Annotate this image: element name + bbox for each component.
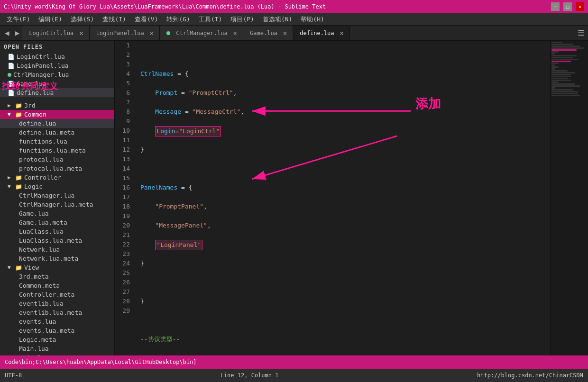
tree-folder-controller[interactable]: ▶ 📁 Controller xyxy=(0,173,114,182)
window-controls: − □ × xyxy=(551,2,584,11)
tab-close-icon[interactable]: × xyxy=(340,29,344,37)
sidebar-open-gamelua[interactable]: 📄 Game.lua xyxy=(0,79,114,88)
menu-edit[interactable]: 编辑(E) xyxy=(35,14,65,25)
tree-folder-3rd[interactable]: ▶ 📁 3rd xyxy=(0,101,114,110)
code-line-1 xyxy=(140,50,544,60)
file-name: CtrlManager.lua.meta xyxy=(19,201,93,208)
tree-file-networkluameta[interactable]: Network.lua.meta xyxy=(0,254,114,263)
tree-folder-view[interactable]: ▼ 📁 View xyxy=(0,263,114,272)
file-name: define.lua.meta xyxy=(19,129,74,136)
tree-folder-common[interactable]: ▼ 📁 Common xyxy=(0,110,114,119)
tree-file-controllermeta[interactable]: Controller.meta xyxy=(0,290,114,299)
tab-loginpanellua[interactable]: LoginPanel.lua × xyxy=(90,26,160,40)
file-name: LoginCtrl.lua xyxy=(17,53,65,60)
code-line-9: "PromptPanel", xyxy=(140,202,544,211)
tree-file-eventliblua[interactable]: eventlib.lua xyxy=(0,299,114,308)
menu-project[interactable]: 项目(P) xyxy=(227,14,257,25)
tree-file-definelua[interactable]: define.lua xyxy=(0,119,114,128)
file-name: define.lua xyxy=(19,120,56,127)
file-name: Controller.meta xyxy=(19,291,74,298)
tab-bar: ◀ ▶ LoginCtrl.lua × LoginPanel.lua × Ctr… xyxy=(0,26,588,41)
tree-file-gamelua2[interactable]: Game.lua xyxy=(0,209,114,218)
code-line-14: } xyxy=(140,297,544,306)
menu-prefs[interactable]: 首选项(N) xyxy=(259,14,296,25)
folder-icon: 📁 xyxy=(15,183,22,190)
tab-next-button[interactable]: ▶ xyxy=(12,26,23,40)
folder-name: Controller xyxy=(24,174,61,181)
tab-ctrlmanagerlua[interactable]: CtrlManager.lua × xyxy=(160,26,243,40)
tab-close-icon[interactable]: × xyxy=(233,29,237,37)
tree-file-luaclasslua[interactable]: LuaClass.lua xyxy=(0,227,114,236)
code-line-7 xyxy=(140,164,544,173)
sidebar-open-loginpanellua[interactable]: 📄 LoginPanel.lua xyxy=(0,61,114,70)
file-name: 3rd.meta xyxy=(19,273,49,280)
sidebar-open-ctrlmanagerlua[interactable]: CtrlManager.lua xyxy=(0,70,114,79)
tree-file-functionsluameta[interactable]: functions.lua.meta xyxy=(0,146,114,155)
tree-file-logicmeta[interactable]: Logic.meta xyxy=(0,335,114,344)
tree-file-ctrlmanagerlua[interactable]: CtrlManager.lua xyxy=(0,191,114,200)
menu-file[interactable]: 文件(F) xyxy=(3,14,34,25)
code-content[interactable]: CtrlNames = { Prompt = "PromptCtrl", Mes… xyxy=(135,41,550,355)
tree-file-ctrlmanagerluameta[interactable]: CtrlManager.lua.meta xyxy=(0,200,114,209)
modified-dot-icon xyxy=(8,73,11,77)
close-button[interactable]: × xyxy=(576,2,584,11)
tree-folder-logic[interactable]: ▼ 📁 Logic xyxy=(0,182,114,191)
editor-area[interactable]: 添加 1 2 3 4 5 6 7 8 9 10 11 12 13 14 15 1… xyxy=(115,41,588,355)
file-name: protocal.lua xyxy=(19,156,64,163)
code-line-11: "LoginPanel" xyxy=(140,240,544,249)
file-name: CtrlManager.lua xyxy=(13,71,69,78)
code-line-15 xyxy=(140,316,544,325)
tree-file-defineluameta[interactable]: define.lua.meta xyxy=(0,128,114,137)
tree-file-commonmeta[interactable]: Common.meta xyxy=(0,281,114,290)
code-line-6: } xyxy=(140,145,544,155)
tree-file-3rdmeta[interactable]: 3rd.meta xyxy=(0,272,114,281)
tab-loginctrllua[interactable]: LoginCtrl.lua × xyxy=(22,26,89,40)
file-name: Logic.meta xyxy=(19,336,56,343)
tree-file-mainlua[interactable]: Main.lua xyxy=(0,344,114,353)
menu-help[interactable]: 帮助(H) xyxy=(297,14,328,25)
tab-prev-button[interactable]: ◀ xyxy=(2,26,12,40)
tab-gamelua[interactable]: Game.lua × xyxy=(243,26,293,40)
tree-file-eventlibluameta[interactable]: eventlib.lua.meta xyxy=(0,308,114,317)
file-name: functions.lua xyxy=(19,138,67,145)
minimize-button[interactable]: − xyxy=(551,2,560,11)
menu-goto[interactable]: 转到(G) xyxy=(163,14,193,25)
minimap xyxy=(550,41,588,355)
open-files-title: OPEN FILES xyxy=(0,41,114,52)
code-line-3: Prompt = "PromptCtrl", xyxy=(140,88,544,98)
title-text: C:\Unity word\King Of Glory Lua\Assets\L… xyxy=(4,3,551,10)
minimap-content xyxy=(551,41,588,98)
tab-close-icon[interactable]: × xyxy=(283,29,287,37)
file-name: LuaClass.lua xyxy=(19,228,64,235)
file-name: Network.lua.meta xyxy=(19,255,78,262)
file-icon: 📄 xyxy=(8,90,15,96)
tree-file-mainluameta[interactable]: Main.lua.meta xyxy=(0,353,114,355)
tree-file-gameluameta[interactable]: Game.lua.meta xyxy=(0,218,114,227)
tab-close-icon[interactable]: × xyxy=(79,29,83,37)
menu-find[interactable]: 查找(I) xyxy=(99,14,129,25)
tree-file-networklua[interactable]: Network.lua xyxy=(0,245,114,254)
menu-select[interactable]: 选择(S) xyxy=(67,14,98,25)
tab-close-icon[interactable]: × xyxy=(150,29,154,37)
menu-view[interactable]: 查看(V) xyxy=(131,14,162,25)
folder-name: Logic xyxy=(24,183,43,190)
sidebar-open-definelua[interactable]: 📄 define.lua xyxy=(0,88,114,97)
file-name: Game.lua xyxy=(19,210,49,217)
collapse-arrow-icon: ▶ xyxy=(8,102,13,109)
code-line-12: } xyxy=(140,259,544,268)
tab-menu-button[interactable]: ☰ xyxy=(574,28,588,37)
tab-definelua[interactable]: define.lua × xyxy=(293,26,350,40)
file-name: Game.lua xyxy=(17,80,46,87)
maximize-button[interactable]: □ xyxy=(563,2,572,11)
tree-file-protocallua[interactable]: protocal.lua xyxy=(0,155,114,164)
tree-file-luaclassluameta[interactable]: LuaClass.lua.meta xyxy=(0,236,114,245)
sidebar-open-loginctrllua[interactable]: 📄 LoginCtrl.lua xyxy=(0,52,114,61)
tree-file-eventslua[interactable]: events.lua xyxy=(0,317,114,326)
tree-file-functionslua[interactable]: functions.lua xyxy=(0,137,114,146)
file-name: Common.meta xyxy=(19,282,60,289)
tree-file-eventsluameta[interactable]: events.lua.meta xyxy=(0,326,114,335)
code-editor[interactable]: 1 2 3 4 5 6 7 8 9 10 11 12 13 14 15 16 1… xyxy=(115,41,588,355)
file-name: functions.lua.meta xyxy=(19,147,86,154)
tree-file-protocalluameta[interactable]: protocal.lua.meta xyxy=(0,164,114,173)
menu-tools[interactable]: 工具(T) xyxy=(195,14,226,25)
